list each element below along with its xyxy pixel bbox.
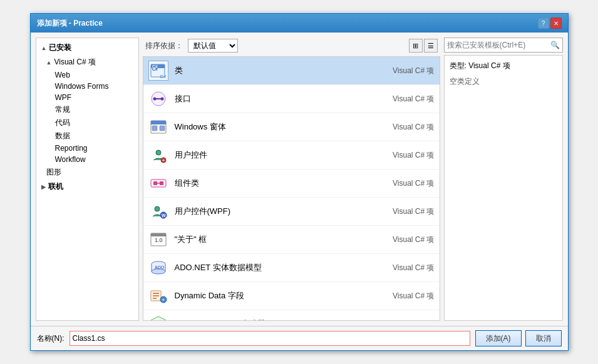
item-icon-window [148,117,168,137]
list-item[interactable]: W 用户控件(WPF) Visual C# 项 [143,198,440,226]
svg-point-7 [160,98,163,101]
item-type-windows: Visual C# 项 [372,122,435,133]
item-icon-class: C# C# [148,61,168,81]
svg-rect-9 [151,121,166,124]
dialog-content: ▲ 已安装 ▲ Visual C# 项 Web Windows Forms WP… [31,33,568,326]
item-type-ef: Visual C# 项 [372,319,435,321]
items-list: C# C# 类 Visual C# 项 [143,56,440,321]
svg-text:C#: C# [152,64,158,69]
list-item[interactable]: ADO ADO.NET 实体数据模型 Visual C# 项 [143,254,440,282]
item-name-about: "关于" 框 [175,234,366,245]
info-type: 类型: Visual C# 项 [450,61,557,71]
item-name-ado: ADO.NET 实体数据模型 [175,262,366,273]
info-panel: 类型: Visual C# 项 空类定义 [444,55,563,321]
svg-rect-29 [153,293,159,294]
tree-item-normal[interactable]: 常规 [36,103,138,116]
item-icon-interface [148,89,168,109]
add-button[interactable]: 添加(A) [475,330,522,346]
list-item[interactable]: EF EF 5.x DbContext 生成器 Visual C# 项 [143,310,440,321]
svg-rect-31 [153,298,157,299]
item-icon-ef: EF [148,314,168,321]
svg-point-26 [152,269,165,274]
item-type-component: Visual C# 项 [372,178,435,189]
item-icon-about: 1.0 [148,230,168,250]
svg-text:+: + [162,158,165,163]
item-type-about: Visual C# 项 [372,235,435,245]
close-button[interactable]: ✕ [550,18,562,29]
cancel-button[interactable]: 取消 [525,330,562,346]
item-icon-usercontrol: + [148,145,168,165]
tree-item-web[interactable]: Web [36,69,138,81]
view-buttons: ⊞ ☰ [409,39,438,53]
item-name-interface: 接口 [175,93,366,104]
network-label: 联机 [48,181,63,192]
middle-panel: 排序依据： 默认值 名称 类型 ⊞ ☰ [143,38,440,321]
list-view-button[interactable]: ☰ [424,39,438,53]
tree-item-wpf[interactable]: WPF [36,92,138,103]
tree-item-data[interactable]: 数据 [36,129,138,143]
svg-text:W: W [162,213,166,218]
right-panel: 🔍 类型: Visual C# 项 空类定义 [444,38,563,321]
title-bar-controls: ? ✕ [538,18,562,29]
graphics-section[interactable]: 图形 [36,165,138,179]
graphics-label: 图形 [46,167,61,178]
item-name-class: 类 [175,65,366,76]
item-type-wpf-user: Visual C# 项 [372,206,435,217]
visual-cs-arrow: ▲ [46,59,52,66]
list-item[interactable]: + 用户控件 Visual C# 项 [143,141,440,169]
search-box: 🔍 [444,38,563,53]
item-icon-component [148,173,168,193]
grid-view-button[interactable]: ⊞ [409,39,423,53]
visual-cs-label: Visual C# 项 [54,57,95,68]
svg-marker-34 [151,316,166,321]
left-panel: ▲ 已安装 ▲ Visual C# 项 Web Windows Forms WP… [36,38,139,321]
action-buttons: 添加(A) 取消 [475,330,562,346]
svg-point-12 [156,150,161,155]
network-section[interactable]: ▶ 联机 [36,179,138,194]
item-type-interface: Visual C# 项 [372,94,435,104]
item-name-usercontrol: 用户控件 [175,149,366,161]
dialog-title: 添加新项 - Practice [37,18,103,29]
list-item[interactable]: 1.0 "关于" 框 Visual C# 项 [143,226,440,254]
item-name-windows: Windows 窗体 [175,121,366,133]
tree-item-winforms[interactable]: Windows Forms [36,81,138,92]
list-item[interactable]: 组件类 Visual C# 项 [143,169,440,198]
item-type-ado: Visual C# 项 [372,263,435,273]
list-item[interactable]: C# C# 类 Visual C# 项 [143,57,440,85]
svg-rect-17 [160,181,163,185]
help-button[interactable]: ? [538,18,549,29]
name-label: 名称(N): [37,333,64,344]
title-bar: 添加新项 - Practice ? ✕ [31,14,568,33]
sort-label: 排序依据： [145,41,183,51]
sort-select[interactable]: 默认值 名称 类型 [188,39,238,53]
item-name-component: 组件类 [175,178,366,189]
svg-text:ADO: ADO [155,265,165,270]
installed-label: 已安装 [49,43,71,53]
installed-section[interactable]: ▲ 已安装 [36,41,138,55]
item-name-ef: EF 5.x DbContext 生成器 [175,318,366,321]
svg-rect-30 [153,295,159,296]
svg-text:1.0: 1.0 [155,237,163,243]
tree-item-workflow[interactable]: Workflow [36,154,138,165]
tree-item-code[interactable]: 代码 [36,116,138,129]
info-desc: 空类定义 [450,76,557,87]
svg-rect-16 [153,181,157,185]
name-input[interactable] [70,331,470,346]
toolbar-row: 排序依据： 默认值 名称 类型 ⊞ ☰ [143,38,440,54]
item-icon-wpf-user: W [148,201,168,221]
svg-rect-10 [152,126,157,131]
installed-arrow: ▲ [41,45,47,51]
search-input[interactable] [445,38,549,52]
list-item[interactable]: 接口 Visual C# 项 [143,85,440,113]
tree-item-reporting[interactable]: Reporting [36,143,138,154]
network-arrow: ▶ [41,184,46,190]
item-type-class: Visual C# 项 [372,66,435,76]
item-icon-ado: ADO [148,258,168,278]
list-item[interactable]: + Dynamic Data 字段 Visual C# 项 [143,282,440,310]
item-type-dynamic: Visual C# 项 [372,291,435,301]
svg-rect-11 [160,126,165,131]
list-item[interactable]: Windows 窗体 Visual C# 项 [143,113,440,141]
item-name-wpf-user: 用户控件(WPF) [175,206,366,217]
visual-cs-section[interactable]: ▲ Visual C# 项 [36,55,138,69]
search-icon[interactable]: 🔍 [549,38,562,52]
